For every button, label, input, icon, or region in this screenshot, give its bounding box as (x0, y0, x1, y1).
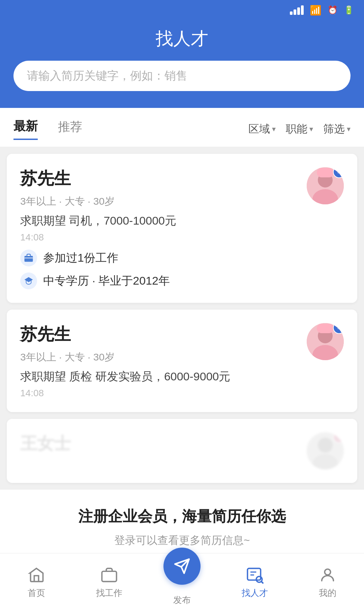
profile-icon (319, 566, 336, 584)
briefcase-icon (20, 250, 37, 266)
tab-latest[interactable]: 最新 (13, 118, 38, 140)
nav-find-talent[interactable]: 找人才 (218, 561, 291, 599)
gender-badge-2: ♂ (333, 323, 344, 334)
candidate-info-3: 王女士 (20, 432, 71, 455)
tab-recommended[interactable]: 推荐 (58, 119, 82, 139)
search-placeholder: 请输入简历关键字，例如：销售 (27, 68, 187, 84)
page-title: 找人才 (13, 27, 351, 51)
locked-card-content: 王女士 ♀ (20, 432, 344, 469)
candidate-card-3-locked: 王女士 ♀ (7, 419, 357, 483)
avatar-3: ♀ (307, 432, 344, 469)
svg-rect-3 (317, 168, 334, 177)
nav-publish[interactable]: 发布 (146, 554, 218, 606)
nav-find-talent-label: 找人才 (242, 587, 268, 599)
status-bar: 📶 ⏰ 🔋 (0, 0, 364, 20)
filter-group: 区域 ▾ 职能 ▾ 筛选 ▾ (248, 122, 351, 137)
svg-point-11 (318, 438, 333, 453)
graduation-icon (20, 272, 37, 289)
candidate-expectation-2: 求职期望 质检 研发实验员，6000-9000元 (20, 369, 231, 384)
candidate-timestamp-1: 14:08 (20, 232, 176, 243)
candidate-meta-1: 3年以上 · 大专 · 30岁 (20, 195, 176, 208)
svg-rect-13 (102, 571, 116, 581)
candidate-name-1: 苏先生 (20, 167, 176, 190)
nav-publish-label: 发布 (173, 594, 191, 606)
candidate-card-1[interactable]: 苏先生 3年以上 · 大专 · 30岁 求职期望 司机，7000-10000元 … (7, 154, 357, 303)
signal-icon (290, 5, 304, 15)
candidate-info-1: 苏先生 3年以上 · 大专 · 30岁 求职期望 司机，7000-10000元 … (20, 167, 176, 243)
nav-home[interactable]: 首页 (0, 561, 73, 599)
candidate-info-2: 苏先生 3年以上 · 大专 · 30岁 求职期望 质检 研发实验员，6000-9… (20, 323, 231, 399)
send-icon (174, 558, 190, 575)
publish-button[interactable] (163, 548, 201, 585)
card-header-1: 苏先生 3年以上 · 大专 · 30岁 求职期望 司机，7000-10000元 … (20, 167, 344, 243)
home-icon (28, 566, 45, 584)
nav-find-job[interactable]: 找工作 (73, 561, 146, 599)
search-bar[interactable]: 请输入简历关键字，例如：销售 (13, 61, 351, 91)
login-prompt-title: 注册企业会员，海量简历任你选 (13, 507, 351, 526)
card-header-2: 苏先生 3年以上 · 大专 · 30岁 求职期望 质检 研发实验员，6000-9… (20, 323, 344, 399)
tab-row: 最新 推荐 区域 ▾ 职能 ▾ 筛选 ▾ (0, 108, 364, 147)
candidate-expectation-1: 求职期望 司机，7000-10000元 (20, 213, 176, 229)
candidate-list: 苏先生 3年以上 · 大专 · 30岁 求职期望 司机，7000-10000元 … (0, 147, 364, 490)
svg-rect-9 (317, 324, 334, 333)
avatar-2: ♂ (307, 323, 344, 360)
card-detail-1: 参加过1份工作 中专学历 · 毕业于2012年 (20, 250, 344, 289)
gender-badge-1: ♂ (333, 167, 344, 178)
work-experience-row: 参加过1份工作 (20, 250, 344, 266)
education-text-1: 中专学历 · 毕业于2012年 (43, 273, 170, 289)
filter-region[interactable]: 区域 ▾ (248, 122, 276, 137)
work-experience-text-1: 参加过1份工作 (43, 250, 118, 266)
alarm-icon: ⏰ (328, 5, 338, 15)
nav-home-label: 首页 (28, 587, 45, 599)
filter-screen[interactable]: 筛选 ▾ (323, 122, 351, 137)
candidate-name-3: 王女士 (20, 432, 71, 455)
gender-badge-3: ♀ (333, 432, 344, 443)
header: 找人才 请输入简历关键字，例如：销售 (0, 20, 364, 108)
svg-point-19 (325, 569, 330, 575)
briefcase-nav-icon (100, 566, 118, 584)
education-row: 中专学历 · 毕业于2012年 (20, 272, 344, 289)
battery-icon: 🔋 (344, 5, 354, 15)
nav-find-job-label: 找工作 (96, 587, 122, 599)
candidate-meta-2: 3年以上 · 大专 · 30岁 (20, 350, 231, 364)
candidate-name-2: 苏先生 (20, 323, 231, 346)
chevron-down-icon: ▾ (309, 125, 313, 134)
svg-rect-4 (25, 256, 33, 262)
chevron-down-icon: ▾ (347, 125, 351, 134)
nav-profile-label: 我的 (319, 587, 336, 599)
bottom-nav: 首页 找工作 发布 找人才 我的 (0, 553, 364, 607)
filter-function[interactable]: 职能 ▾ (286, 122, 313, 137)
card-header-3: 王女士 ♀ (20, 432, 344, 469)
candidate-card-2[interactable]: 苏先生 3年以上 · 大专 · 30岁 求职期望 质检 研发实验员，6000-9… (7, 310, 357, 412)
svg-line-16 (262, 582, 263, 583)
login-prompt-subtitle: 登录可以查看更多简历信息~ (13, 533, 351, 548)
candidate-timestamp-2: 14:08 (20, 388, 231, 399)
chevron-down-icon: ▾ (272, 125, 276, 134)
find-talent-icon (246, 566, 264, 584)
nav-profile[interactable]: 我的 (291, 561, 364, 599)
wifi-icon: 📶 (310, 5, 322, 16)
avatar-1: ♂ (307, 167, 344, 204)
svg-rect-14 (247, 569, 261, 580)
